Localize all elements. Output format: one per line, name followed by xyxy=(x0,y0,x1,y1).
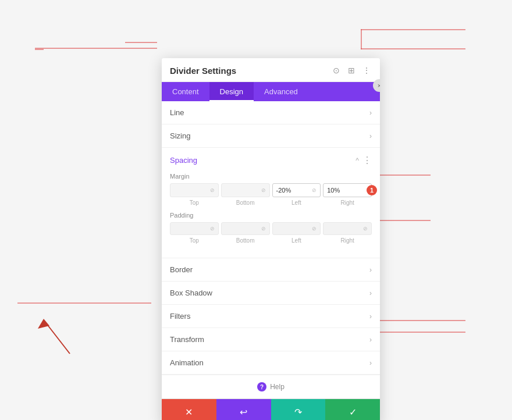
section-line-label: Line xyxy=(170,108,184,117)
chevron-down-icon: › xyxy=(369,336,372,344)
margin-fields-row: ⊘ ⊘ -20% ⊘ 10% xyxy=(170,183,372,197)
tab-bar: Content Design Advanced xyxy=(162,82,380,101)
modal-header-icons: ⊙ ⊞ ⋮ xyxy=(331,65,372,81)
section-animation-label: Animation xyxy=(170,358,204,367)
spacing-title: Spacing xyxy=(170,156,197,165)
tab-design[interactable]: Design xyxy=(209,82,254,101)
padding-left-input[interactable]: ⊘ xyxy=(272,222,321,235)
section-line[interactable]: Line › xyxy=(162,101,380,124)
section-box-shadow[interactable]: Box Shadow › xyxy=(162,282,380,305)
margin-left-value: -20% xyxy=(276,187,291,194)
margin-left-input[interactable]: -20% ⊘ xyxy=(272,183,321,197)
more-icon[interactable]: ⋮ xyxy=(361,65,372,76)
spacing-header[interactable]: Spacing ^ ⋮ xyxy=(162,148,380,173)
save-icon: ✓ xyxy=(349,407,357,418)
margin-top-input[interactable]: ⊘ xyxy=(170,183,219,197)
modal-header: Divider Settings ⊙ ⊞ ⋮ xyxy=(162,58,380,82)
label-top: Top xyxy=(170,237,219,244)
help-row: ? Help xyxy=(162,375,380,398)
cancel-button[interactable]: ✕ xyxy=(162,399,216,420)
padding-field-labels: Top Bottom Left Right xyxy=(170,237,372,244)
redo-button[interactable]: ↷ xyxy=(271,399,326,420)
badge-1: 1 xyxy=(367,185,377,195)
label-right: Right xyxy=(323,237,372,244)
chevron-up-icon: ^ xyxy=(355,156,359,165)
chevron-down-icon: › xyxy=(369,109,372,117)
edit-icon: ⊘ xyxy=(210,226,215,232)
spacing-header-controls: ^ ⋮ xyxy=(355,155,372,166)
section-filters-label: Filters xyxy=(170,312,190,321)
edit-icon: ⊘ xyxy=(312,226,317,232)
label-right: Right xyxy=(323,200,372,206)
edit-icon: ⊘ xyxy=(261,226,266,232)
margin-field-labels: Top Bottom Left Right xyxy=(170,200,372,206)
chevron-down-icon: › xyxy=(369,359,372,367)
edit-icon: ⊘ xyxy=(312,187,317,193)
section-transform-label: Transform xyxy=(170,335,204,344)
modal-footer: ✕ ↩ ↷ ✓ xyxy=(162,398,380,420)
arrow-indicator xyxy=(32,314,79,361)
padding-top-input[interactable]: ⊘ xyxy=(170,222,219,235)
section-box-shadow-label: Box Shadow xyxy=(170,289,212,297)
label-left: Left xyxy=(272,200,321,206)
label-bottom: Bottom xyxy=(221,237,270,244)
padding-bottom-input[interactable]: ⊘ xyxy=(221,222,270,235)
section-sizing-label: Sizing xyxy=(170,131,190,140)
svg-marker-1 xyxy=(38,319,49,329)
expand-icon[interactable]: ⊞ xyxy=(346,65,357,76)
spacing-more-icon[interactable]: ⋮ xyxy=(362,155,372,166)
margin-bottom-input[interactable]: ⊘ xyxy=(221,183,270,197)
section-spacing: Spacing ^ ⋮ Margin ⊘ xyxy=(162,148,380,258)
section-animation[interactable]: Animation › xyxy=(162,351,380,375)
label-left: Left xyxy=(272,237,321,244)
margin-right-value: 10% xyxy=(327,187,340,194)
redo-icon: ↷ xyxy=(294,407,302,418)
label-top: Top xyxy=(170,200,219,206)
chevron-down-icon: › xyxy=(369,132,372,140)
spacing-content: Margin ⊘ ⊘ -20% ⊘ xyxy=(162,173,380,258)
modal-title: Divider Settings xyxy=(170,66,236,81)
cancel-icon: ✕ xyxy=(185,407,193,418)
padding-fields-row: ⊘ ⊘ ⊘ ⊘ xyxy=(170,222,372,235)
edit-icon: ⊘ xyxy=(363,226,368,232)
edit-icon: ⊘ xyxy=(210,187,215,193)
modal-content: Line › Sizing › Spacing ^ ⋮ Margin xyxy=(162,101,380,398)
label-bottom: Bottom xyxy=(221,200,270,206)
margin-right-input[interactable]: 10% 1 xyxy=(323,183,372,197)
undo-button[interactable]: ↩ xyxy=(216,399,271,420)
save-button[interactable]: ✓ xyxy=(325,399,380,420)
padding-right-input[interactable]: ⊘ xyxy=(323,222,372,235)
edit-icon: ⊘ xyxy=(261,187,266,193)
tab-content[interactable]: Content xyxy=(162,82,209,101)
padding-label: Padding xyxy=(170,212,372,219)
section-sizing[interactable]: Sizing › xyxy=(162,124,380,148)
tab-advanced[interactable]: Advanced xyxy=(254,82,308,101)
reset-icon[interactable]: ⊙ xyxy=(331,65,342,76)
chevron-down-icon: › xyxy=(369,312,372,321)
help-icon[interactable]: ? xyxy=(257,382,266,391)
chevron-down-icon: › xyxy=(369,266,372,274)
section-transform[interactable]: Transform › xyxy=(162,328,380,351)
chevron-down-icon: › xyxy=(369,289,372,297)
divider-settings-modal: Divider Settings ⊙ ⊞ ⋮ Content Design Ad… xyxy=(162,58,380,420)
undo-icon: ↩ xyxy=(240,407,247,418)
margin-label: Margin xyxy=(170,173,372,180)
help-label[interactable]: Help xyxy=(270,383,285,391)
section-border[interactable]: Border › xyxy=(162,258,380,282)
section-filters[interactable]: Filters › xyxy=(162,305,380,328)
section-border-label: Border xyxy=(170,265,193,274)
